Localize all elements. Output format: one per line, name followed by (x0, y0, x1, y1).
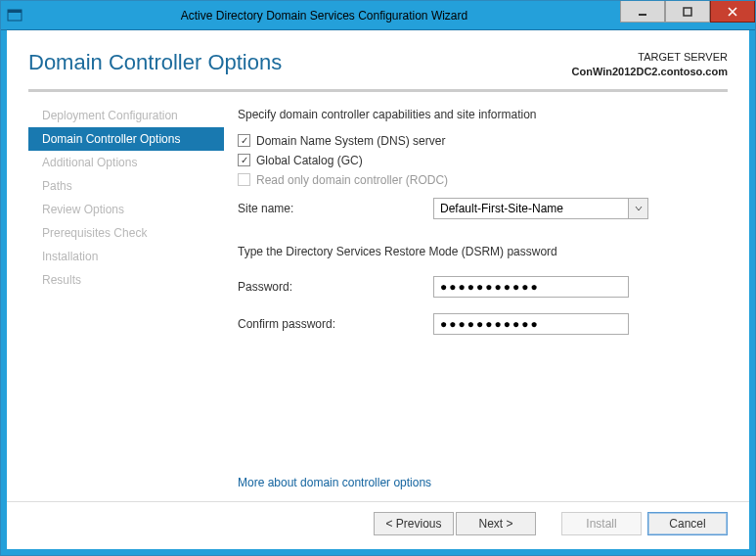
step-domain-controller-options[interactable]: Domain Controller Options (28, 127, 224, 151)
password-input[interactable] (433, 276, 629, 298)
step-paths[interactable]: Paths (28, 174, 224, 198)
step-review-options[interactable]: Review Options (28, 198, 224, 221)
checkbox-row-gc: Global Catalog (GC) (238, 154, 728, 167)
page-title: Domain Controller Options (28, 50, 572, 75)
target-server-label: TARGET SERVER (572, 50, 728, 65)
chevron-down-icon (635, 205, 643, 212)
confirm-password-label: Confirm password: (238, 317, 433, 331)
previous-button[interactable]: < Previous (374, 512, 454, 535)
install-button: Install (561, 512, 642, 535)
target-server-info: TARGET SERVER ConWin2012DC2.contoso.com (572, 50, 728, 79)
minimize-button[interactable] (620, 1, 665, 23)
step-prerequisites-check[interactable]: Prerequisites Check (28, 221, 224, 245)
close-button[interactable] (710, 1, 755, 23)
checkbox-rodc (238, 173, 250, 186)
checkbox-gc[interactable] (238, 154, 250, 166)
step-deployment-configuration[interactable]: Deployment Configuration (28, 104, 224, 127)
client-area: Domain Controller Options TARGET SERVER … (1, 30, 755, 555)
checkbox-row-dns: Domain Name System (DNS) server (238, 134, 728, 148)
dsrm-heading: Type the Directory Services Restore Mode… (238, 245, 728, 258)
checkbox-dns-label: Domain Name System (DNS) server (256, 134, 445, 148)
app-icon (1, 1, 28, 29)
site-name-combo (433, 198, 648, 219)
wizard-window: Active Directory Domain Services Configu… (0, 0, 756, 556)
more-about-link[interactable]: More about domain controller options (238, 466, 728, 501)
confirm-password-input[interactable] (433, 313, 629, 335)
checkbox-rodc-label: Read only domain controller (RODC) (256, 173, 448, 187)
site-name-row: Site name: (238, 198, 728, 219)
footer: < Previous Next > Install Cancel (7, 501, 749, 549)
checkbox-dns[interactable] (238, 134, 250, 147)
steps-sidebar: Deployment Configuration Domain Controll… (28, 98, 224, 501)
password-row: Password: (238, 276, 728, 298)
step-results[interactable]: Results (28, 268, 224, 292)
titlebar[interactable]: Active Directory Domain Services Configu… (1, 1, 755, 30)
svg-rect-2 (639, 14, 646, 16)
next-button[interactable]: Next > (456, 512, 536, 535)
main-panel: Specify domain controller capabilities a… (224, 98, 728, 501)
maximize-button[interactable] (665, 1, 710, 23)
header-divider (28, 89, 728, 92)
window-title: Active Directory Domain Services Configu… (28, 9, 620, 23)
window-controls (620, 1, 755, 29)
cancel-button[interactable]: Cancel (647, 512, 728, 535)
site-name-input[interactable] (433, 198, 629, 219)
capabilities-heading: Specify domain controller capabilities a… (238, 108, 728, 121)
site-name-dropdown-button[interactable] (629, 198, 648, 219)
step-installation[interactable]: Installation (28, 245, 224, 268)
password-label: Password: (238, 280, 433, 294)
site-name-label: Site name: (238, 202, 433, 215)
step-additional-options[interactable]: Additional Options (28, 151, 224, 174)
confirm-password-row: Confirm password: (238, 313, 728, 335)
svg-rect-1 (8, 10, 22, 13)
svg-rect-3 (684, 8, 691, 16)
target-server-name: ConWin2012DC2.contoso.com (572, 65, 728, 79)
checkbox-row-rodc: Read only domain controller (RODC) (238, 173, 728, 187)
header: Domain Controller Options TARGET SERVER … (7, 30, 749, 87)
checkbox-gc-label: Global Catalog (GC) (256, 154, 363, 167)
